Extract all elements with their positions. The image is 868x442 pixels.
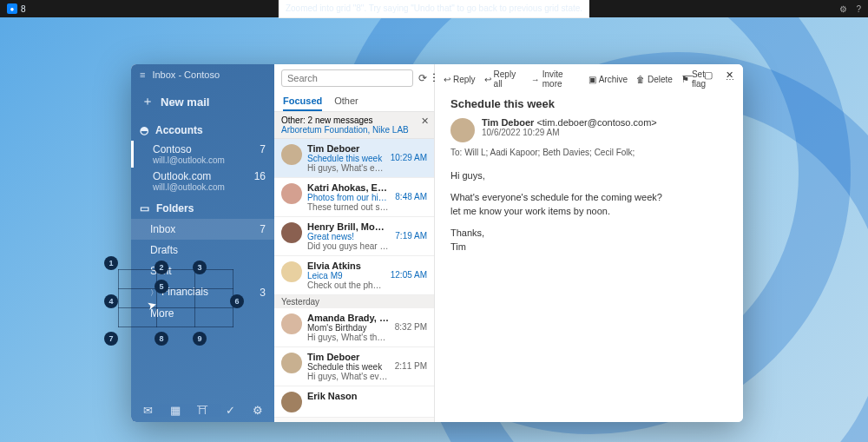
settings-icon[interactable]: ⚙	[839, 4, 847, 14]
settings-icon[interactable]: ⚙	[250, 404, 266, 417]
grid-number[interactable]: 2	[155, 261, 168, 274]
message-item[interactable]: Amanda Brady, Daisy PhillipsMom's Birthd…	[274, 308, 434, 347]
avatar	[281, 353, 302, 373]
maximize-button[interactable]: ▢	[703, 69, 713, 80]
accounts-header[interactable]: ◓ Accounts	[131, 120, 274, 141]
mic-icon[interactable]: ●	[7, 3, 17, 14]
search-input[interactable]	[281, 69, 413, 87]
grid-number[interactable]: 8	[155, 332, 168, 346]
new-mail-button[interactable]: ＋ New mail	[140, 90, 266, 113]
voice-grid-num: 8	[21, 4, 26, 14]
avatar	[281, 313, 302, 334]
message-item[interactable]: Henry Brill, Mona Kane, Cecil FGreat new…	[274, 217, 434, 256]
grid-number[interactable]: 6	[230, 294, 244, 308]
delete-button[interactable]: 🗑 Delete	[636, 69, 673, 89]
day-separator: Yesterday	[274, 295, 434, 308]
folders-header[interactable]: ▭ Folders	[131, 198, 274, 219]
sender-email: <tim.deboer@contoso.com>	[536, 117, 656, 128]
other-summary[interactable]: Other: 2 new messages Arboretum Foundati…	[274, 111, 434, 139]
tab-focused[interactable]: Focused	[283, 96, 322, 111]
sender-avatar	[450, 118, 475, 142]
reply-button[interactable]: ↩ Reply	[444, 69, 476, 89]
grid-number[interactable]: 5	[155, 280, 168, 294]
avatar	[281, 222, 302, 243]
avatar	[281, 144, 302, 165]
grid-number[interactable]: 4	[104, 294, 118, 308]
help-icon[interactable]: ?	[856, 4, 861, 14]
close-button[interactable]: ✕	[724, 69, 734, 80]
to-recipients: Will L; Aadi Kapoor; Beth Davies; Cecil …	[464, 148, 635, 157]
message-item[interactable]: Tim DeboerSchedule this weekHi guys, Wha…	[274, 347, 434, 386]
avatar	[281, 183, 302, 204]
grid-number[interactable]: 9	[193, 332, 207, 346]
sidebar: ≡ Inbox - Contoso ＋ New mail ◓ Accounts …	[131, 64, 274, 422]
grid-number[interactable]: 3	[193, 261, 207, 274]
message-list: ⟳ ☰ Focused Other Other: 2 new messages …	[274, 64, 435, 422]
account-outlook[interactable]: Outlook.com16 will.l@outlook.com	[131, 168, 274, 195]
todo-icon[interactable]: ✓	[222, 404, 238, 417]
voice-access-bar: ● 8 Zoomed into grid "8". Try saying "Un…	[0, 0, 868, 17]
window-title: Inbox - Contoso	[152, 69, 266, 80]
message-body: Hi guys, What's everyone's schedule for …	[450, 169, 727, 254]
grid-number[interactable]: 7	[104, 332, 118, 346]
person-icon: ◓	[140, 124, 148, 136]
message-subject: Schedule this week	[450, 97, 727, 110]
archive-button[interactable]: ▣ Archive	[589, 69, 628, 89]
folder-icon: ▭	[140, 202, 149, 214]
message-item[interactable]: Katri Ahokas, Erik NasonPhotos from our …	[274, 178, 434, 217]
message-item[interactable]: Elvia AtkinsLeica M9Check out the photos…	[274, 256, 434, 295]
calendar-icon[interactable]: ▦	[168, 404, 183, 417]
voice-status-text: Zoomed into grid "8". Try saying "Undo t…	[279, 0, 589, 18]
avatar	[281, 392, 302, 412]
message-item[interactable]: Erik Nason	[274, 386, 434, 418]
people-icon[interactable]: ⛩	[195, 404, 211, 417]
voice-grid-overlay	[118, 269, 233, 327]
message-date: 10/6/2022 10:29 AM	[482, 128, 657, 137]
tab-other[interactable]: Other	[334, 96, 358, 111]
hamburger-icon[interactable]: ≡	[140, 69, 145, 80]
folder-drafts[interactable]: Drafts	[131, 240, 274, 261]
grid-number[interactable]: 1	[104, 256, 118, 270]
sender-name: Tim Deboer	[482, 117, 534, 128]
mail-window: — ▢ ✕ ≡ Inbox - Contoso ＋ New mail ◓ Acc…	[131, 64, 743, 422]
reply-all-button[interactable]: ↩ Reply all	[484, 69, 523, 89]
refresh-icon[interactable]: ⟳	[418, 72, 427, 84]
account-contoso[interactable]: Contoso7 will.l@outlook.com	[131, 141, 274, 168]
sidebar-bottom-nav: ✉ ▦ ⛩ ✓ ⚙	[131, 399, 274, 422]
close-icon[interactable]: ✕	[421, 115, 429, 127]
plus-icon: ＋	[141, 94, 154, 109]
reading-pane: ↩ Reply ↩ Reply all → Invite more ▣ Arch…	[435, 64, 743, 422]
avatar	[281, 261, 302, 282]
invite-button[interactable]: → Invite more	[531, 69, 580, 89]
message-item[interactable]: Tim DeboerSchedule this weekHi guys, Wha…	[274, 139, 434, 178]
mail-icon[interactable]: ✉	[140, 404, 155, 417]
minimize-button[interactable]: —	[682, 69, 693, 80]
folder-inbox[interactable]: Inbox7	[131, 219, 274, 240]
